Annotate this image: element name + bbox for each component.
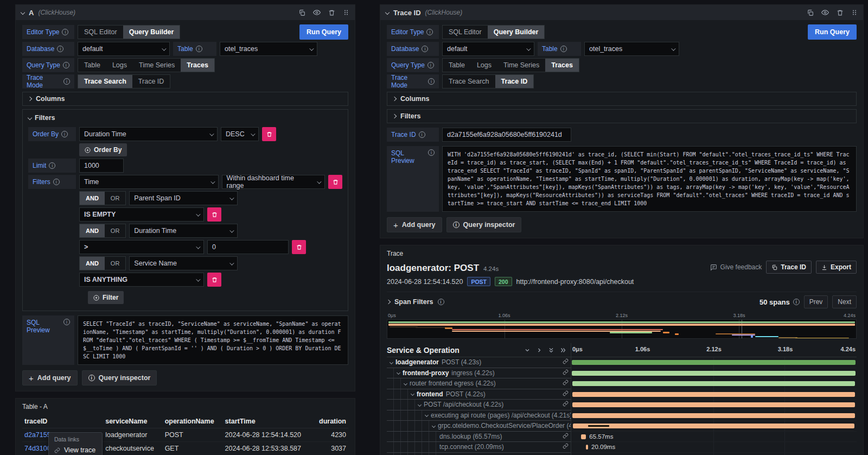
span-row[interactable]: frontendPOST (4.22s) [387, 389, 857, 400]
chevron-down-icon[interactable] [425, 413, 429, 417]
order-by-field-select[interactable]: Duration Time [79, 127, 218, 141]
query-type-toggle[interactable]: TableLogsTime SeriesTraces [78, 58, 215, 72]
span-row[interactable]: dns.lookup (65.57ms)65.57ms [387, 432, 857, 443]
remove-condition-button[interactable] [207, 207, 221, 222]
trace-id-button[interactable]: Trace ID [766, 261, 812, 274]
collapse-one-icon[interactable] [524, 347, 531, 353]
and-or-toggle[interactable]: AND OR [79, 224, 126, 238]
condition-field-select[interactable]: Duration Time [129, 224, 238, 238]
order-by-dir-select[interactable]: DESC [221, 127, 259, 141]
drag-handle-icon[interactable] [343, 9, 349, 16]
add-query-button[interactable]: +Add query [22, 370, 78, 386]
collapse-all-icon[interactable] [548, 347, 554, 353]
give-feedback-button[interactable]: Give feedback [710, 263, 762, 271]
segment-option[interactable]: Table [443, 59, 471, 72]
columns-section-toggle[interactable]: Columns [22, 92, 348, 106]
column-header[interactable]: duration [313, 415, 348, 428]
remove-condition-button[interactable] [292, 240, 306, 254]
condition-field-select[interactable]: Service Name [129, 256, 238, 270]
and-or-toggle[interactable]: AND OR [79, 191, 126, 205]
span-link-button[interactable] [563, 358, 571, 366]
chevron-down-icon[interactable] [28, 116, 32, 120]
span-duration-bar[interactable] [572, 392, 855, 397]
span-duration-bar[interactable] [572, 413, 854, 418]
segment-option[interactable]: Trace ID [132, 75, 170, 88]
trash-icon[interactable] [837, 9, 844, 16]
span-filters-toggle[interactable]: Span Filters [387, 298, 444, 306]
span-link-button[interactable] [563, 380, 571, 387]
chevron-down-icon[interactable] [418, 403, 422, 407]
segment-option[interactable]: Traces [181, 59, 214, 72]
span-row[interactable]: loadgeneratorPOST (4.23s) [387, 357, 857, 368]
condition-op-select[interactable]: IS ANYTHING [79, 273, 204, 287]
condition-field-select[interactable]: Parent Span ID [129, 191, 238, 205]
chevron-down-icon[interactable] [432, 424, 436, 428]
span-duration-bar[interactable] [572, 371, 855, 376]
chevron-down-icon[interactable] [390, 361, 393, 364]
remove-order-by-button[interactable] [262, 127, 276, 141]
condition-op-select[interactable]: IS EMPTY [79, 207, 204, 222]
chevron-down-icon[interactable] [411, 392, 414, 396]
span-link-button[interactable] [563, 390, 571, 398]
segment-option[interactable]: Time Series [497, 59, 545, 72]
database-select[interactable]: default [78, 42, 170, 56]
segment-option[interactable]: Time Series [133, 59, 181, 72]
span-duration-bar[interactable] [586, 445, 588, 450]
trace-minimap[interactable] [387, 319, 857, 339]
and-or-toggle[interactable]: AND OR [79, 256, 126, 270]
span-link-button[interactable] [563, 401, 571, 408]
filters-section-toggle[interactable]: Filters [387, 109, 857, 123]
limit-input[interactable]: 1000 [79, 159, 124, 173]
span-link-button[interactable] [563, 443, 571, 451]
span-row[interactable]: tcp.connect (20.09ms)20.09ms [387, 442, 857, 453]
span-link-button[interactable] [563, 433, 571, 440]
segment-option[interactable]: Logs [471, 59, 497, 72]
run-query-button[interactable]: Run Query [808, 24, 857, 40]
trash-icon[interactable] [328, 9, 335, 16]
condition-op-select[interactable]: > [79, 240, 204, 254]
table-select[interactable]: otel_traces [220, 42, 317, 56]
span-duration-bar[interactable] [572, 360, 856, 365]
duplicate-icon[interactable] [807, 9, 814, 16]
column-header[interactable]: traceID [22, 415, 103, 428]
segment-option[interactable]: SQL Editor [443, 26, 488, 39]
editor-type-toggle[interactable]: SQL EditorQuery Builder [442, 25, 545, 39]
chevron-down-icon[interactable] [397, 371, 400, 375]
expand-one-icon[interactable] [536, 347, 542, 353]
collapse-panel-icon[interactable] [385, 10, 390, 15]
span-row[interactable]: frontend-proxyingress (4.22s) [387, 368, 857, 379]
columns-section-toggle[interactable]: Columns [387, 92, 857, 106]
span-duration-bar[interactable] [572, 381, 856, 386]
query-inspector-button[interactable]: Query inspector [446, 217, 522, 232]
segment-option[interactable]: Trace Search [78, 75, 132, 88]
span-row[interactable]: grpc.oteldemo.CheckoutService/PlaceOrder… [387, 421, 857, 432]
panel-a-header[interactable]: A (ClickHouse) [16, 5, 355, 20]
trace-id-input[interactable]: d2a7155ef6a928a05680e5ff6190241d [442, 128, 571, 142]
next-button[interactable]: Next [832, 295, 857, 308]
duplicate-icon[interactable] [298, 9, 305, 16]
column-header[interactable]: serviceName [103, 415, 162, 428]
export-button[interactable]: Export [816, 261, 857, 274]
editor-type-toggle[interactable]: SQL EditorQuery Builder [78, 25, 180, 39]
segment-option[interactable]: Trace ID [495, 75, 534, 88]
add-query-button[interactable]: +Add query [387, 217, 442, 232]
column-header[interactable]: startTime [223, 415, 313, 428]
filter-value-select[interactable]: Within dashboard time range [222, 175, 325, 189]
collapse-panel-icon[interactable] [21, 10, 25, 15]
segment-option[interactable]: Traces [545, 59, 579, 72]
add-filter-button[interactable]: Filter [88, 291, 124, 304]
span-link-button[interactable] [563, 369, 571, 377]
trace-mode-toggle[interactable]: Trace SearchTrace ID [78, 74, 170, 89]
segment-option[interactable]: Trace Search [443, 75, 495, 88]
segment-option[interactable]: Query Builder [488, 26, 545, 39]
add-order-by-button[interactable]: Order By [79, 143, 127, 156]
panel-traceid-header[interactable]: Trace ID (ClickHouse) [380, 5, 863, 20]
expand-all-icon[interactable] [560, 347, 566, 353]
filter-field-select[interactable]: Time [79, 175, 219, 189]
trace-mode-toggle[interactable]: Trace SearchTrace ID [442, 74, 534, 89]
span-row[interactable]: router frontend egress (4.22s) [387, 378, 857, 389]
view-trace-link[interactable]: View trace [54, 446, 97, 454]
span-row[interactable]: checkoutserviceoteldemo.CheckoutService/… [387, 453, 857, 455]
run-query-button[interactable]: Run Query [299, 24, 348, 40]
database-select[interactable]: default [442, 42, 534, 56]
